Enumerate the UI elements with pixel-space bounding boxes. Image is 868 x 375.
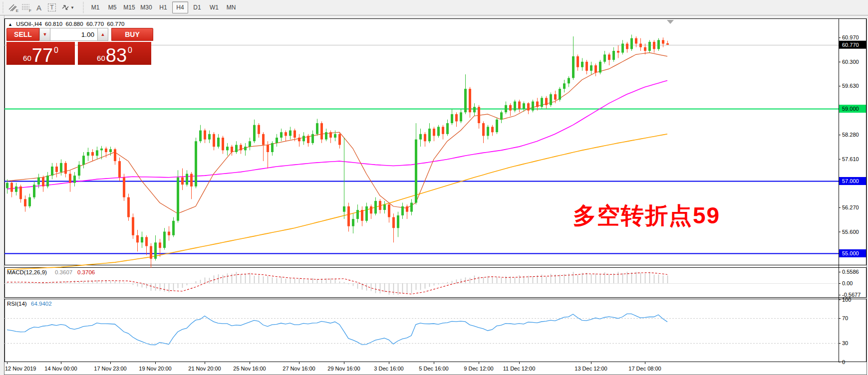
candle-body: [190, 174, 193, 187]
candle-body: [370, 206, 372, 214]
candle-body: [329, 132, 332, 138]
collapse-triangle-icon[interactable]: ▲: [8, 22, 12, 27]
volume-decrease-button[interactable]: ▼: [39, 28, 50, 41]
candle-body: [311, 134, 314, 143]
candle-body: [51, 167, 53, 176]
sell-price-sup: 0: [54, 46, 58, 54]
level-59.000-badge-label: 59.000: [842, 106, 859, 112]
candle-body: [608, 54, 610, 60]
candle-body: [473, 107, 476, 112]
chart-title: ▲ USOil-,H4 60.810 60.880 60.770 60.770: [8, 21, 126, 27]
candle-body: [487, 127, 489, 136]
time-axis-label: 25 Nov 16:00: [233, 366, 266, 372]
candle-body: [455, 114, 458, 122]
ohlc-open: 60.810: [45, 21, 62, 27]
chart-window-frame: [4, 19, 867, 375]
candle-body: [82, 156, 85, 165]
symbol-period-label: USOil-,H4: [16, 21, 42, 27]
time-axis-label: 29 Nov 16:00: [327, 366, 360, 372]
candle-body: [96, 150, 98, 156]
candle-body: [347, 206, 350, 226]
candle-body: [177, 178, 179, 221]
price-axis-label: 60.970: [842, 34, 859, 40]
price-axis-label: 58.280: [842, 132, 859, 138]
candle-body: [316, 123, 318, 134]
candle-body: [33, 185, 35, 197]
candle-body: [6, 183, 8, 188]
candle-body: [424, 134, 426, 142]
candle-body: [258, 125, 260, 134]
macd-axis-label: 0.00: [842, 280, 853, 286]
candle-body: [28, 197, 31, 206]
one-click-trade-panel: SELL ▼ ▲ BUY 60 77 0 60 83 0: [6, 28, 154, 65]
candle-body: [24, 199, 26, 206]
ohlc-low: 60.770: [86, 21, 104, 27]
down-arrow-icon: ▼: [43, 32, 47, 37]
time-axis-label: 12 Nov 2019: [5, 366, 36, 372]
candle-body: [226, 147, 229, 150]
time-axis-label: 5 Dec 16:00: [419, 366, 448, 372]
chart-text-annotation: 多空转折点59: [573, 200, 720, 231]
candle-body: [276, 138, 278, 143]
candle-body: [532, 102, 534, 111]
sell-button[interactable]: SELL: [6, 28, 39, 41]
buy-button[interactable]: BUY: [111, 28, 153, 41]
candle-body: [105, 149, 107, 152]
candle-body: [433, 129, 435, 136]
candle-body: [240, 145, 242, 151]
candle-body: [541, 98, 543, 107]
price-axis-label: 57.610: [842, 156, 859, 162]
candle-body: [523, 103, 525, 109]
time-axis-label: 19 Nov 20:00: [139, 366, 171, 372]
candle-body: [10, 183, 13, 192]
time-axis-label: 17 Dec 08:00: [628, 366, 661, 372]
candle-body: [136, 235, 139, 243]
candle-body: [612, 51, 615, 60]
price-axis-label: 56.270: [842, 204, 859, 210]
macd-label: MACD(12,26,9): [7, 269, 47, 275]
up-arrow-icon: ▲: [101, 32, 105, 37]
candle-body: [109, 149, 112, 152]
candle-body: [172, 221, 175, 235]
candle-body: [657, 40, 660, 49]
candle-body: [222, 138, 224, 150]
volume-input[interactable]: [50, 28, 97, 41]
candle-body: [635, 38, 637, 44]
buy-price-panel[interactable]: 60 83 0: [78, 42, 151, 65]
price-axis-label: 55.600: [842, 229, 859, 235]
candle-body: [518, 102, 521, 109]
candle-body: [585, 62, 588, 71]
candle-body: [460, 112, 462, 121]
sell-price-panel[interactable]: 60 77 0: [6, 42, 75, 65]
price-axis-label: 60.300: [842, 59, 859, 65]
candle-body: [437, 127, 440, 136]
candle-body: [262, 134, 265, 145]
sell-price-big: 77: [32, 47, 53, 63]
time-axis-label: 13 Dec 12:00: [575, 366, 607, 372]
candle-body: [545, 98, 548, 105]
candle-body: [469, 89, 471, 112]
candle-body: [451, 114, 453, 123]
candle-body: [599, 62, 601, 73]
candle-body: [271, 143, 274, 152]
candle-body: [514, 102, 516, 111]
candle-body: [168, 232, 170, 235]
candle-body: [118, 161, 121, 178]
rsi-axis-label: 30: [842, 340, 848, 346]
candle-body: [464, 89, 467, 112]
candle-body: [15, 187, 17, 192]
volume-increase-button[interactable]: ▲: [97, 28, 108, 41]
candle-body: [392, 217, 395, 228]
candle-body: [73, 176, 76, 183]
candle-body: [293, 131, 296, 138]
candle-body: [478, 107, 480, 123]
candle-body: [213, 134, 215, 147]
candle-body: [442, 127, 444, 134]
candle-body: [550, 94, 552, 105]
rsi-axis-label: 0: [842, 359, 845, 365]
candle-body: [406, 206, 408, 212]
candle-body: [78, 165, 80, 176]
candle-body: [352, 219, 354, 226]
candle-body: [374, 201, 377, 213]
candle-body: [159, 242, 161, 248]
